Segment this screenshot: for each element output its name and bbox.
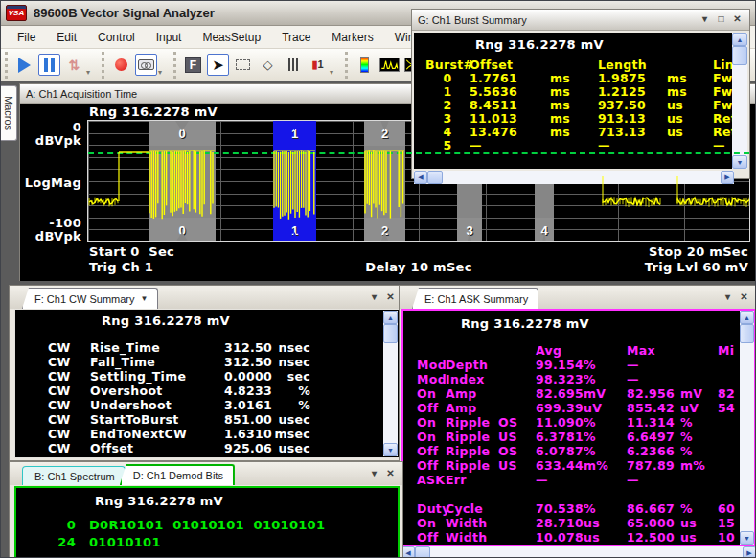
table-cell: Ripple — [446, 458, 498, 473]
toolbar-overflow-icon[interactable]: ▾ — [330, 68, 333, 77]
table-cell: Mi — [718, 343, 739, 358]
scroll-thumb[interactable] — [383, 324, 398, 343]
window-a-content: Rng 316.2278 mV 0 dBVpk LogMag -100 dBVp… — [20, 104, 756, 281]
tab-spectrum[interactable]: B: Ch1 Spectrum — [22, 466, 126, 485]
y-axis-format-label: LogMag — [20, 175, 81, 190]
cw-summary-table: CWRise_Time312.50nsecCWFall_Time312.50ns… — [48, 340, 379, 455]
window-menu-icon[interactable]: ▾ — [720, 291, 736, 305]
table-cell: Mod — [417, 358, 446, 372]
close-icon[interactable]: ✕ — [382, 291, 399, 305]
band-power-button[interactable] — [282, 54, 304, 76]
table-cell: Rise_Time — [90, 340, 211, 355]
record-button[interactable] — [110, 54, 132, 76]
table-cell: us — [584, 516, 627, 530]
vertical-scrollbar[interactable]: ▲ ▼ — [383, 311, 398, 456]
scroll-up-icon[interactable]: ▲ — [740, 311, 754, 324]
table-cell: % — [680, 501, 718, 516]
table-cell: m% — [584, 458, 627, 473]
recording-player-button[interactable] — [135, 54, 157, 76]
menu-item[interactable]: Edit — [46, 28, 87, 47]
scroll-thumb[interactable] — [740, 324, 754, 343]
marker-button[interactable]: ◇ — [257, 54, 279, 76]
scroll-up-icon[interactable]: ▲ — [732, 33, 747, 46]
table-cell: Off — [417, 458, 446, 473]
table-cell: 60 — [718, 501, 739, 516]
table-cell: Overshoot — [90, 384, 211, 398]
table-cell — [498, 372, 536, 386]
tab-label: D: Ch1 Demod Bits — [133, 470, 223, 481]
play-button[interactable] — [13, 54, 35, 76]
menu-item[interactable]: File — [7, 28, 46, 47]
scroll-thumb[interactable] — [415, 546, 430, 558]
menu-item[interactable]: Input — [146, 28, 193, 47]
close-icon[interactable]: ✕ — [729, 12, 745, 27]
tab-demod-bits[interactable]: D: Ch1 Demod Bits — [120, 464, 235, 485]
window-menu-icon[interactable]: ▾ — [366, 467, 382, 481]
auto-scale-button[interactable]: F — [182, 54, 204, 76]
marker1-button[interactable]: ▮1 — [307, 54, 329, 76]
table-cell: 1.6310 — [211, 427, 272, 441]
table-cell — [498, 386, 536, 401]
menu-item[interactable]: Control — [87, 28, 146, 47]
table-row: 15.5636ms1.2125msFwd — [425, 85, 734, 99]
table-row: OffRippleOS6.0787%6.2366% — [417, 444, 739, 458]
window-d-content: Rng 316.2278 mV 0D0R10101 01010101 01010… — [14, 486, 400, 558]
table-cell: Depth — [446, 358, 498, 372]
menu-item[interactable]: MeasSetup — [192, 28, 271, 47]
close-icon[interactable]: ✕ — [736, 291, 752, 305]
toolbar-overflow-icon[interactable]: ▾ — [158, 68, 162, 77]
table-cell: 312.50 — [211, 355, 272, 369]
table-cell — [718, 487, 739, 501]
restart-button[interactable]: ⇅ — [63, 54, 85, 76]
table-row: OnRippleOS11.090%11.314% — [417, 415, 739, 430]
tab-cw-summary[interactable]: F: Ch1 CW Summary ▼ — [22, 288, 158, 309]
color-scale-button[interactable] — [354, 54, 376, 76]
toolbar-overflow-icon[interactable]: ▾ — [86, 68, 90, 77]
table-cell: ms — [550, 72, 598, 85]
table-cell — [550, 58, 598, 72]
table-cell: us — [667, 99, 713, 112]
table-cell: 3.0161 — [211, 398, 272, 412]
window-menu-icon[interactable]: ▾ — [697, 12, 713, 27]
colorbar-icon — [360, 57, 369, 73]
zoom-select-button[interactable] — [232, 54, 254, 76]
horizontal-scrollbar[interactable]: ◀ ▶ — [401, 546, 756, 558]
menu-item[interactable]: Markers — [321, 28, 383, 47]
x-axis-stop-label: Stop 20 mSec — [649, 244, 748, 259]
vertical-scrollbar[interactable]: ▲ ▼ — [740, 311, 754, 545]
table-cell: 70.538 — [536, 501, 584, 516]
menu-item[interactable]: Trace — [271, 28, 321, 47]
table-cell: nsec — [272, 340, 310, 355]
scroll-down-icon[interactable]: ▼ — [740, 531, 754, 545]
table-cell: 0 — [16, 517, 76, 534]
table-cell — [627, 487, 680, 501]
scroll-left-icon[interactable]: ◀ — [401, 546, 415, 558]
scroll-up-icon[interactable]: ▲ — [383, 311, 398, 324]
scroll-down-icon[interactable]: ▼ — [383, 443, 398, 456]
window-menu-icon[interactable]: ▾ — [366, 291, 382, 305]
maximize-icon[interactable]: □ — [713, 12, 729, 27]
pause-button[interactable] — [38, 54, 60, 76]
range-readout: Rng 316.2278 mV — [475, 37, 604, 52]
table-cell: 6.0787 — [536, 444, 584, 458]
tab-dropdown-icon[interactable]: ▼ — [141, 294, 149, 303]
table-cell: m% — [680, 458, 718, 473]
spectrum-view-button[interactable] — [378, 54, 401, 76]
window-demod-bits: B: Ch1 Spectrum D: Ch1 Demod Bits ▾ ✕ Rn… — [9, 461, 403, 558]
tab-ask-summary[interactable]: E: Ch1 ASK Summary — [412, 288, 538, 309]
table-cell: Err — [446, 473, 498, 487]
macros-side-tab[interactable]: Macros — [1, 85, 17, 141]
scroll-thumb[interactable] — [732, 46, 747, 65]
table-row: OffWidth10.078us12.500us10 — [417, 530, 739, 545]
pointer-button[interactable]: ➤ — [207, 54, 229, 76]
table-cell — [498, 516, 536, 530]
table-cell: — — [627, 372, 680, 386]
scroll-right-icon[interactable]: ▶ — [743, 546, 756, 558]
table-cell — [498, 358, 536, 372]
table-cell — [498, 530, 536, 545]
table-cell: 8.4511 — [470, 99, 550, 112]
table-cell — [446, 487, 498, 501]
close-icon[interactable]: ✕ — [382, 467, 399, 481]
window-g-titlebar[interactable]: G: Ch1 Burst Summary ▾ □ ✕ — [412, 10, 749, 31]
selection-rect-icon — [236, 59, 250, 70]
